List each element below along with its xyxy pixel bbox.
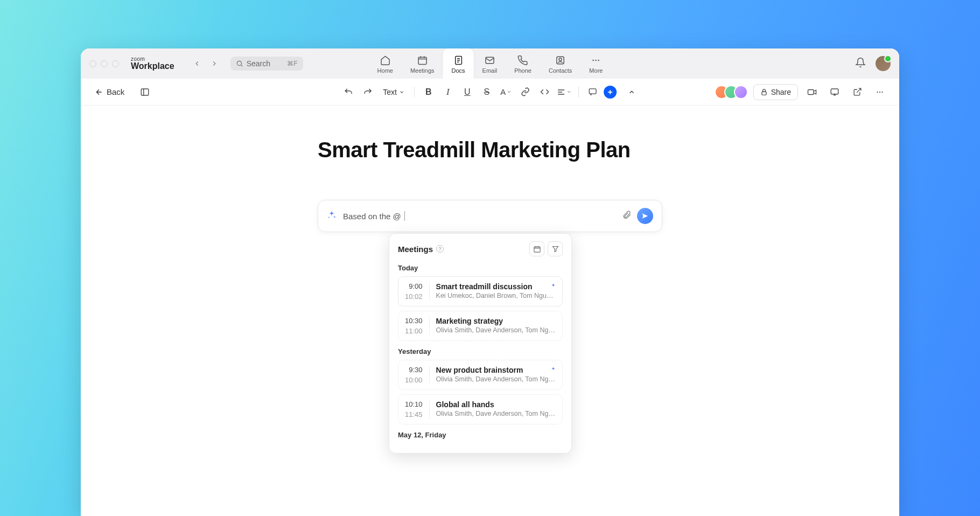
tab-meetings[interactable]: Meetings [402, 48, 443, 79]
strikethrough-button[interactable]: S [478, 83, 495, 101]
calendar-icon [533, 245, 541, 253]
video-button[interactable] [803, 83, 821, 101]
sidebar-toggle-button[interactable] [136, 83, 153, 101]
document-content[interactable]: Smart Treadmill Marketing Plan Based on … [296, 138, 684, 232]
back-button[interactable]: Back [92, 85, 128, 99]
attach-button[interactable] [622, 210, 632, 222]
insert-button[interactable] [604, 86, 617, 99]
send-icon [641, 212, 649, 220]
text-color-button[interactable]: A [498, 83, 515, 101]
bold-button[interactable]: B [420, 83, 437, 101]
meeting-item[interactable]: 10:30 11:00 Marketing strategy Olivia Sm… [398, 311, 563, 341]
bold-icon: B [425, 87, 432, 97]
tab-label: Phone [514, 67, 531, 74]
tab-contacts[interactable]: Contacts [540, 48, 580, 79]
svg-point-7 [596, 59, 597, 61]
titlebar: zoom Workplace Search ⌘F Home Meetings [81, 48, 899, 79]
ai-prompt-input[interactable]: Based on the @ [318, 200, 662, 232]
svg-rect-17 [534, 247, 540, 252]
document-title[interactable]: Smart Treadmill Marketing Plan [318, 138, 662, 162]
search-input[interactable]: Search ⌘F [230, 57, 303, 71]
ai-prompt-text: Based on the @ [343, 211, 615, 221]
meeting-end-time: 11:00 [405, 327, 423, 335]
collaborator-avatar[interactable] [734, 85, 748, 99]
more-icon [875, 87, 885, 97]
meeting-time: 9:00 10:02 [405, 282, 430, 301]
tab-label: Docs [452, 67, 465, 74]
meeting-info: Marketing strategy Olivia Smith, Dave An… [436, 317, 556, 335]
svg-rect-11 [762, 92, 766, 95]
comment-button[interactable] [584, 83, 601, 101]
tab-label: Contacts [549, 67, 572, 74]
traffic-light-maximize[interactable] [112, 60, 119, 67]
text-style-dropdown[interactable]: Text [379, 86, 409, 99]
meeting-item[interactable]: 9:00 10:02 Smart treadmill discussion Ke… [398, 276, 563, 306]
collaborator-avatars[interactable] [715, 85, 748, 99]
more-options-button[interactable] [871, 83, 888, 101]
ai-actions [622, 208, 653, 224]
formatting-toolbar: Text B I U S A [340, 83, 640, 101]
svg-rect-10 [589, 89, 596, 94]
undo-icon [344, 87, 353, 97]
external-icon [853, 87, 862, 96]
svg-point-16 [881, 91, 883, 92]
chevron-down-icon [507, 89, 512, 94]
tab-email[interactable]: Email [474, 48, 506, 79]
code-button[interactable] [536, 83, 554, 101]
help-icon[interactable]: ? [436, 245, 444, 253]
tab-label: Meetings [410, 67, 435, 74]
tab-home[interactable]: Home [369, 48, 402, 79]
tab-label: More [589, 67, 603, 74]
align-left-icon [557, 88, 565, 96]
meeting-end-time: 10:00 [405, 376, 423, 384]
sparkle-icon [327, 210, 337, 222]
search-shortcut: ⌘F [287, 60, 297, 67]
align-button[interactable] [556, 83, 573, 101]
svg-rect-12 [808, 89, 814, 94]
meeting-item[interactable]: 10:10 11:45 Global all hands Olivia Smit… [398, 394, 563, 424]
tab-phone[interactable]: Phone [506, 48, 540, 79]
collapse-toolbar-button[interactable] [623, 83, 640, 101]
meeting-participants: Olivia Smith, Dave Anderson, Tom Nguyen.… [436, 375, 556, 383]
nav-forward-button[interactable] [207, 56, 222, 71]
meeting-start-time: 10:30 [405, 317, 423, 325]
send-button[interactable] [637, 208, 653, 224]
svg-rect-1 [418, 57, 426, 64]
user-avatar[interactable] [876, 56, 891, 71]
traffic-light-close[interactable] [89, 60, 96, 67]
redo-button[interactable] [359, 83, 376, 101]
meeting-info: Smart treadmill discussion Kei Umekoc, D… [436, 282, 556, 301]
back-label: Back [107, 87, 124, 96]
meeting-participants: Kei Umekoc, Daniel Brown, Tom Nguyen... [436, 292, 556, 299]
tab-label: Home [377, 67, 393, 74]
tab-docs[interactable]: Docs [443, 48, 474, 79]
email-icon [484, 55, 495, 66]
traffic-light-minimize[interactable] [101, 60, 108, 67]
nav-back-button[interactable] [190, 56, 205, 71]
svg-point-0 [237, 61, 241, 65]
meeting-item[interactable]: 9:30 10:00 New product brainstorm Olivia… [398, 360, 563, 390]
open-external-button[interactable] [849, 83, 866, 101]
svg-point-14 [877, 91, 878, 92]
video-icon [807, 87, 817, 97]
document-area: Smart Treadmill Marketing Plan Based on … [81, 106, 899, 516]
tab-more[interactable]: More [580, 48, 611, 79]
meeting-title: Smart treadmill discussion [436, 282, 556, 291]
notifications-button[interactable] [855, 57, 866, 70]
undo-button[interactable] [340, 83, 357, 101]
present-button[interactable] [826, 83, 843, 101]
filter-button[interactable] [548, 241, 563, 256]
app-window: zoom Workplace Search ⌘F Home Meetings [81, 48, 899, 516]
underline-button[interactable]: U [459, 83, 476, 101]
calendar-icon [417, 55, 428, 66]
calendar-filter-button[interactable] [529, 241, 544, 256]
paperclip-icon [622, 210, 632, 220]
link-button[interactable] [517, 83, 534, 101]
contacts-icon [555, 55, 566, 66]
popover-title: Meetings [398, 245, 433, 254]
meeting-time: 10:10 11:45 [405, 400, 430, 419]
share-button[interactable]: Share [753, 84, 798, 100]
meeting-end-time: 11:45 [405, 410, 423, 419]
italic-button[interactable]: I [439, 83, 457, 101]
lock-icon [760, 88, 768, 96]
